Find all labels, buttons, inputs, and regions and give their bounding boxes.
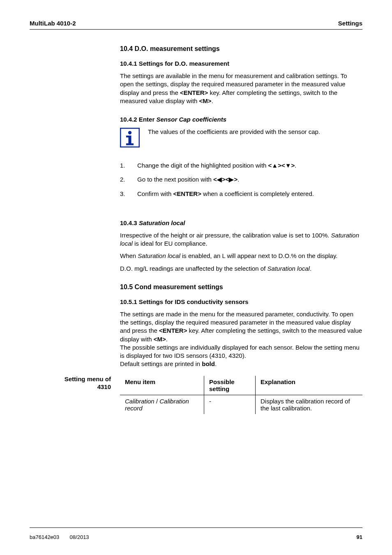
keycap-m: <M> xyxy=(154,336,166,343)
settings-table-block: Setting menu of 4310 Menu item Possible … xyxy=(30,375,362,414)
section-10-4-2-heading: 10.4.2 Enter Sensor Cap coefficients xyxy=(120,116,362,123)
side-label-line: Setting menu of xyxy=(65,375,111,382)
running-footer: ba76142e03 08/2013 91 xyxy=(30,534,362,540)
heading-italic: Saturation local xyxy=(139,219,185,226)
text-fragment: . xyxy=(212,97,213,104)
step-2: 2. Go to the next position with <◀><▶>. xyxy=(120,175,362,184)
step-3: 3. Confirm with <ENTER> when a coefficie… xyxy=(120,190,362,198)
cell-menu-item: Calibration / Calibration record xyxy=(120,395,204,414)
keycap-mid: >< xyxy=(222,176,229,183)
heading-prefix: 10.4.3 xyxy=(120,219,139,226)
text-italic: Saturation local xyxy=(267,265,310,272)
text-italic: Saturation local xyxy=(138,252,180,259)
runhead-left: MultiLab 4010-2 xyxy=(30,20,76,27)
step-text: Change the digit of the highlighted posi… xyxy=(137,161,362,170)
text-fragment: . xyxy=(295,162,296,169)
keycap-m: <M> xyxy=(199,97,212,104)
heading-prefix: 10.4.2 Enter xyxy=(120,116,156,123)
section-10-5-heading: 10.5 Cond measurement settings xyxy=(120,283,362,291)
step-number: 2. xyxy=(120,175,127,184)
text-fragment: when a coefficient is completely entered… xyxy=(201,190,314,197)
heading-italic: Sensor Cap coefficients xyxy=(156,116,226,123)
step-text: Confirm with <ENTER> when a coefficient … xyxy=(137,190,362,198)
svg-rect-4 xyxy=(126,143,134,145)
text-fragment: Default settings are printed in xyxy=(120,360,202,367)
para-10-4-1: The settings are available in the menu f… xyxy=(120,72,362,105)
text-fragment: Change the digit of the highlighted posi… xyxy=(137,162,268,169)
section-10-4-3-heading: 10.4.3 Saturation local xyxy=(120,219,362,226)
para-10-4-3-b: When Saturation local is enabled, an L w… xyxy=(120,252,362,260)
cell-explanation: Displays the calibration record of the l… xyxy=(256,395,363,414)
text-fragment: Irrespective of the height or air pressu… xyxy=(120,232,331,239)
side-label: Setting menu of 4310 xyxy=(30,375,120,391)
text-fragment: is ideal for EU compliance. xyxy=(133,240,208,247)
section-10-4-1-heading: 10.4.1 Settings for D.O. measurement xyxy=(120,60,362,67)
arrow-left-icon: ◀ xyxy=(217,176,222,183)
doc-date: 08/2013 xyxy=(70,534,89,540)
step-1: 1. Change the digit of the highlighted p… xyxy=(120,161,362,170)
step-text: Go to the next position with <◀><▶>. xyxy=(137,175,362,184)
section-10-4-heading: 10.4 D.O. measurement settings xyxy=(120,45,362,53)
svg-rect-3 xyxy=(126,136,131,138)
info-note-text: The values of the coefficients are provi… xyxy=(148,128,362,136)
text-fragment: is enabled, an L will appear next to D.O… xyxy=(180,252,338,259)
th-possible-setting: Possible setting xyxy=(204,376,256,395)
text-fragment: D.O. mg/L readings are unaffected by the… xyxy=(120,265,267,272)
para-10-5-1: The settings are made in the menu for th… xyxy=(120,310,362,368)
arrow-up-icon: ▲ xyxy=(272,162,278,169)
keycap-enter: <ENTER> xyxy=(159,327,187,334)
step-number: 3. xyxy=(120,190,127,198)
settings-table: Menu item Possible setting Explanation C… xyxy=(120,376,362,414)
text-bold: bold xyxy=(202,360,215,367)
footer-rule xyxy=(30,527,362,528)
table-header-row: Menu item Possible setting Explanation xyxy=(120,376,362,395)
keycap-open: < xyxy=(268,162,272,169)
doc-code: ba76142e03 xyxy=(30,534,59,540)
text-fragment: . xyxy=(238,176,239,183)
keycap-enter: <ENTER> xyxy=(180,89,208,96)
side-label-line: 4310 xyxy=(97,383,111,390)
running-header: MultiLab 4010-2 Settings xyxy=(30,20,362,27)
para-10-4-3-a: Irrespective of the height or air pressu… xyxy=(120,231,362,248)
th-explanation: Explanation xyxy=(256,376,363,395)
text-italic: Calibration xyxy=(125,398,154,405)
text-fragment: . xyxy=(215,360,217,367)
keycap-mid: >< xyxy=(278,162,285,169)
table-row: Calibration / Calibration record - Displ… xyxy=(120,395,362,414)
info-note: The values of the coefficients are provi… xyxy=(120,128,362,147)
keycap-open: < xyxy=(213,176,217,183)
text-fragment: . xyxy=(310,265,311,272)
para-10-4-3-c: D.O. mg/L readings are unaffected by the… xyxy=(120,265,362,273)
text-fragment: Confirm with xyxy=(137,190,173,197)
arrow-right-icon: ▶ xyxy=(229,176,234,183)
steps-list: 1. Change the digit of the highlighted p… xyxy=(120,161,362,198)
section-10-5-1-heading: 10.5.1 Settings for IDS conductivity sen… xyxy=(120,298,362,305)
step-number: 1. xyxy=(120,161,127,170)
text-fragment: / xyxy=(154,398,160,405)
page-number: 91 xyxy=(357,534,362,540)
header-rule xyxy=(30,29,362,30)
cell-possible-setting: - xyxy=(204,395,256,414)
svg-point-1 xyxy=(128,131,131,134)
info-icon xyxy=(120,128,140,147)
keycap-close: > xyxy=(234,176,238,183)
text-fragment: When xyxy=(120,252,138,259)
text-fragment: Go to the next position with xyxy=(137,176,213,183)
text-fragment: . xyxy=(166,336,168,343)
runfoot-left: ba76142e03 08/2013 xyxy=(30,534,89,540)
keycap-enter: <ENTER> xyxy=(173,190,201,197)
text-fragment: The possible settings are individually d… xyxy=(120,344,360,359)
runhead-right: Settings xyxy=(338,20,362,27)
arrow-down-icon: ▼ xyxy=(285,162,291,169)
th-menu-item: Menu item xyxy=(120,376,204,395)
